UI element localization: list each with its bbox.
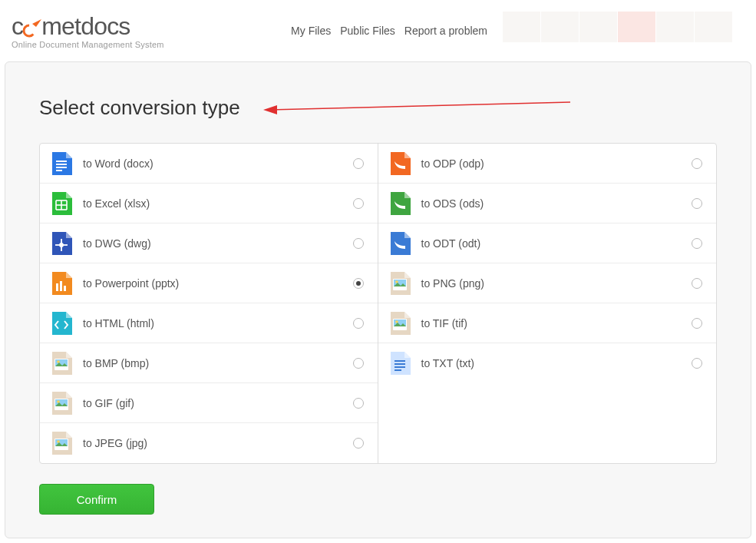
option-label: to Powerpoint (pptx) — [83, 277, 353, 290]
img-file-icon — [389, 272, 411, 295]
word-file-icon — [51, 152, 72, 175]
confirm-button[interactable]: Confirm — [39, 484, 154, 515]
excel-file-icon — [51, 192, 72, 215]
nav-my-files[interactable]: My Files — [291, 25, 331, 37]
svg-point-30 — [395, 280, 398, 283]
option-radio[interactable] — [353, 238, 364, 249]
logo-tagline: Online Document Management System — [12, 40, 164, 49]
svg-rect-36 — [395, 366, 405, 368]
option-label: to BMP (bmp) — [83, 357, 353, 369]
option-to-ppt[interactable]: to Powerpoint (pptx) — [40, 263, 378, 303]
option-radio[interactable] — [692, 198, 702, 209]
option-label: to ODT (odt) — [421, 237, 692, 250]
option-to-ods[interactable]: to ODS (ods) — [378, 184, 717, 223]
nav-tab-active[interactable] — [618, 12, 656, 42]
img-file-icon — [51, 392, 72, 415]
logo[interactable]: c metdocs Online Document Management Sys… — [12, 14, 164, 49]
svg-rect-16 — [56, 283, 58, 291]
option-radio[interactable] — [353, 438, 364, 449]
top-nav: My Files Public Files Report a problem — [291, 14, 487, 37]
option-label: to GIF (gif) — [83, 397, 353, 409]
svg-rect-34 — [395, 360, 405, 362]
html-file-icon — [51, 312, 72, 335]
logo-text: c metdocs — [12, 14, 164, 38]
option-to-txt[interactable]: to TXT (txt) — [378, 343, 717, 383]
annotation-arrow-icon — [263, 101, 570, 116]
dwg-file-icon — [51, 232, 72, 255]
option-to-jpeg[interactable]: to JPEG (jpg) — [40, 423, 378, 463]
option-label: to ODS (ods) — [421, 197, 692, 210]
option-to-odt[interactable]: to ODT (odt) — [378, 223, 717, 263]
svg-rect-35 — [395, 363, 405, 365]
nav-public-files[interactable]: Public Files — [340, 25, 395, 37]
option-label: to DWG (dwg) — [83, 237, 353, 250]
option-to-word[interactable]: to Word (docx) — [40, 144, 378, 184]
img-file-icon — [51, 432, 72, 455]
option-to-dwg[interactable]: to DWG (dwg) — [40, 223, 378, 263]
option-to-odp[interactable]: to ODP (odp) — [378, 144, 717, 184]
option-radio[interactable] — [692, 158, 702, 169]
option-radio[interactable] — [692, 238, 702, 249]
odp-file-icon — [389, 192, 411, 215]
svg-rect-5 — [56, 167, 67, 168]
option-radio[interactable] — [692, 318, 702, 329]
svg-point-15 — [60, 243, 63, 247]
option-label: to TXT (txt) — [421, 357, 692, 369]
option-label: to ODP (odp) — [421, 157, 692, 170]
panel-title: Select conversion type — [39, 96, 240, 120]
option-label: to PNG (png) — [421, 277, 692, 290]
nav-report-problem[interactable]: Report a problem — [404, 25, 487, 37]
svg-rect-17 — [60, 281, 62, 291]
nav-tab[interactable] — [695, 12, 733, 42]
svg-rect-4 — [56, 164, 67, 165]
odp-file-icon — [389, 232, 411, 255]
nav-tab[interactable] — [541, 12, 579, 42]
svg-point-21 — [57, 360, 60, 363]
conversion-panel: Select conversion type to Word (docx) to… — [5, 61, 751, 538]
img-file-icon — [389, 312, 411, 335]
svg-rect-18 — [64, 286, 66, 291]
option-radio[interactable] — [692, 278, 702, 289]
option-label: to JPEG (jpg) — [83, 437, 353, 449]
option-label: to Excel (xlsx) — [83, 197, 353, 210]
option-label: to Word (docx) — [83, 157, 353, 170]
option-label: to TIF (tif) — [421, 317, 692, 329]
nav-tab[interactable] — [656, 12, 695, 42]
option-radio[interactable] — [353, 198, 364, 209]
option-to-html[interactable]: to HTML (html) — [40, 303, 378, 343]
svg-rect-6 — [56, 170, 62, 171]
option-to-png[interactable]: to PNG (png) — [378, 263, 717, 303]
comet-icon — [21, 17, 43, 35]
nav-tab[interactable] — [579, 12, 618, 42]
ppt-file-icon — [51, 272, 72, 295]
option-radio[interactable] — [353, 158, 364, 169]
svg-marker-2 — [263, 105, 277, 114]
img-file-icon — [51, 352, 72, 375]
svg-line-1 — [269, 102, 570, 110]
svg-rect-37 — [395, 369, 401, 371]
conversion-grid: to Word (docx) to Excel (xlsx) to DWG (d… — [39, 143, 717, 464]
option-to-bmp[interactable]: to BMP (bmp) — [40, 343, 378, 383]
svg-point-33 — [395, 320, 398, 323]
option-label: to HTML (html) — [83, 317, 353, 329]
option-to-tif[interactable]: to TIF (tif) — [378, 303, 717, 343]
nav-tabs — [503, 12, 733, 42]
nav-tab[interactable] — [503, 12, 541, 42]
option-radio[interactable] — [353, 398, 364, 409]
option-radio[interactable] — [692, 358, 702, 369]
header: c metdocs Online Document Management Sys… — [0, 0, 756, 57]
svg-rect-3 — [56, 161, 67, 162]
odp-file-icon — [389, 152, 411, 175]
option-to-gif[interactable]: to GIF (gif) — [40, 383, 378, 423]
option-radio[interactable] — [353, 318, 364, 329]
confirm-button-label: Confirm — [77, 493, 117, 506]
txt-file-icon — [389, 352, 411, 375]
option-radio[interactable] — [353, 278, 364, 289]
option-to-excel[interactable]: to Excel (xlsx) — [40, 184, 378, 223]
option-radio[interactable] — [353, 358, 364, 369]
